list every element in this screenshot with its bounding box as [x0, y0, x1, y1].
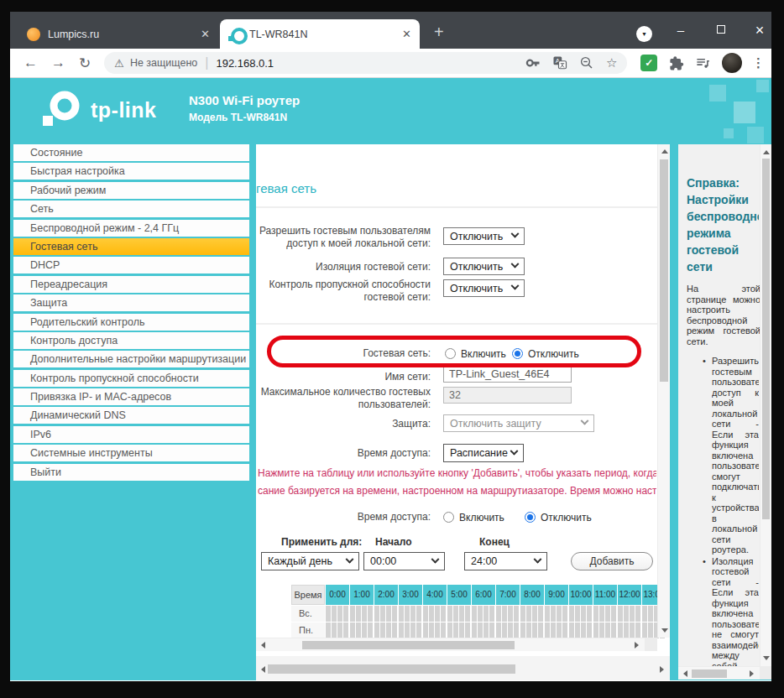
sidebar-item[interactable]: Беспроводной режим - 2,4 ГГц [13, 220, 249, 237]
schedule-slot-cell[interactable] [465, 606, 470, 622]
schedule-slot-cell[interactable] [562, 606, 567, 622]
scroll-right-icon[interactable] [656, 664, 667, 675]
close-tab-icon[interactable]: ✕ [201, 28, 210, 40]
schedule-slot-cell[interactable] [618, 606, 623, 622]
scroll-up-icon[interactable] [659, 146, 670, 157]
schedule-slot-cell[interactable] [337, 606, 342, 622]
schedule-slot-cell[interactable] [410, 622, 416, 638]
browser-menu-icon[interactable]: ⋮ [752, 55, 765, 70]
schedule-slot-cell[interactable] [605, 622, 610, 638]
bandwidth-control-select[interactable]: Отключить [443, 279, 525, 297]
schedule-slot-cell[interactable] [502, 606, 507, 622]
sidebar-item[interactable]: DHCP [13, 257, 249, 273]
scroll-left-icon[interactable] [258, 639, 269, 650]
scroll-down-icon[interactable] [760, 653, 771, 664]
scroll-left-icon[interactable] [680, 668, 691, 679]
schedule-slot-cell[interactable] [472, 606, 477, 622]
schedule-slot-cell[interactable] [599, 622, 604, 638]
sidebar-item[interactable]: Контроль пропускной способности [13, 370, 249, 387]
schedule-slot-cell[interactable] [520, 622, 525, 638]
schedule-slot-cell[interactable] [459, 622, 464, 638]
schedule-slot-cell[interactable] [514, 606, 519, 622]
sidebar-item[interactable]: Состояние [13, 144, 249, 161]
schedule-slot-cell[interactable] [605, 606, 610, 622]
schedule-slot-cell[interactable] [514, 622, 519, 638]
schedule-slot-cell[interactable] [478, 606, 483, 622]
close-tab-icon[interactable]: ✕ [402, 28, 411, 40]
sidebar-item[interactable]: Привязка IP- и MAC-адресов [13, 388, 249, 405]
schedule-slot-cell[interactable] [416, 606, 421, 622]
schedule-slot-cell[interactable] [326, 622, 331, 638]
schedule-slot-cell[interactable] [635, 606, 640, 622]
schedule-slot-cell[interactable] [489, 622, 494, 638]
main-horizontal-scrollbar[interactable] [256, 638, 645, 651]
schedule-slot-cell[interactable] [362, 606, 367, 622]
schedule-slot-cell[interactable] [441, 622, 446, 638]
schedule-slot-cell[interactable] [545, 606, 550, 622]
scroll-right-icon[interactable] [746, 668, 757, 679]
zoom-out-icon[interactable] [579, 55, 594, 70]
sidebar-item[interactable]: Динамический DNS [13, 407, 249, 424]
schedule-slot-cell[interactable] [386, 622, 391, 638]
schedule-slot-cell[interactable] [459, 606, 464, 622]
translate-icon[interactable]: A [552, 55, 567, 70]
schedule-slot-cell[interactable] [356, 606, 361, 622]
sidebar-item[interactable]: Быстрая настройка [13, 163, 249, 180]
schedule-slot-cell[interactable] [423, 622, 428, 638]
schedule-slot-cell[interactable] [386, 606, 391, 622]
schedule-slot-cell[interactable] [557, 606, 562, 622]
apply-for-select[interactable]: Каждый день [261, 552, 359, 570]
schedule-slot-cell[interactable] [405, 622, 410, 638]
guest-enable-label[interactable]: Включить [461, 348, 506, 360]
schedule-slot-cell[interactable] [526, 622, 531, 638]
schedule-slot-cell[interactable] [392, 606, 397, 622]
schedule-slot-cell[interactable] [575, 622, 580, 638]
access-time-enable-radio[interactable] [443, 512, 454, 523]
main-vertical-scrollbar[interactable] [657, 144, 670, 638]
schedule-slot-cell[interactable] [648, 622, 653, 638]
guest-enable-radio[interactable] [445, 348, 456, 359]
schedule-slot-cell[interactable] [441, 606, 446, 622]
sidebar-item[interactable]: Рабочий режим [13, 182, 249, 199]
schedule-slot-cell[interactable] [538, 606, 543, 622]
schedule-slot-cell[interactable] [343, 622, 348, 638]
help-vertical-scroll-thumb[interactable] [762, 159, 770, 519]
schedule-slot-cell[interactable] [447, 622, 452, 638]
schedule-slot-cell[interactable] [429, 606, 434, 622]
scroll-down-icon[interactable] [659, 625, 670, 636]
new-tab-button[interactable]: + [434, 23, 444, 40]
schedule-slot-cell[interactable] [465, 622, 470, 638]
extension-check-icon[interactable]: ✓ [640, 55, 657, 71]
schedule-slot-cell[interactable] [611, 606, 616, 622]
allow-lan-select[interactable]: Отключить [443, 227, 525, 245]
sidebar-item[interactable]: Дополнительные настройки маршрутизации [13, 351, 249, 367]
schedule-slot-cell[interactable] [453, 606, 458, 622]
address-bar[interactable]: ⚠ Не защищено | 192.168.0.1 A ☆ [104, 52, 627, 74]
profile-chip-icon[interactable]: ▼ [636, 26, 652, 42]
tab-router[interactable]: TL-WR841N ✕ [220, 19, 420, 49]
schedule-slot-cell[interactable] [337, 622, 342, 638]
schedule-slot-cell[interactable] [624, 622, 629, 638]
schedule-slot-cell[interactable] [392, 622, 397, 638]
schedule-slot-cell[interactable] [587, 606, 592, 622]
schedule-slot-cell[interactable] [642, 606, 647, 622]
schedule-slot-cell[interactable] [483, 606, 489, 622]
schedule-slot-cell[interactable] [551, 606, 556, 622]
schedule-slot-cell[interactable] [489, 606, 494, 622]
password-key-icon[interactable] [525, 55, 541, 70]
schedule-slot-cell[interactable] [496, 606, 501, 622]
schedule-slot-cell[interactable] [326, 606, 331, 622]
schedule-slot-cell[interactable] [362, 622, 367, 638]
access-time-disable-label[interactable]: Отключить [541, 512, 592, 524]
page-horizontal-scrollbar[interactable] [256, 662, 670, 676]
schedule-slot-cell[interactable] [496, 622, 501, 638]
schedule-slot-cell[interactable] [593, 622, 598, 638]
schedule-slot-cell[interactable] [399, 606, 404, 622]
close-window-button[interactable]: × [742, 12, 777, 49]
schedule-slot-cell[interactable] [429, 622, 434, 638]
schedule-slot-cell[interactable] [569, 622, 574, 638]
schedule-slot-cell[interactable] [611, 622, 616, 638]
sidebar-item[interactable]: Сеть [13, 201, 249, 217]
schedule-slot-cell[interactable] [581, 622, 586, 638]
main-horizontal-scroll-thumb[interactable] [302, 641, 515, 649]
